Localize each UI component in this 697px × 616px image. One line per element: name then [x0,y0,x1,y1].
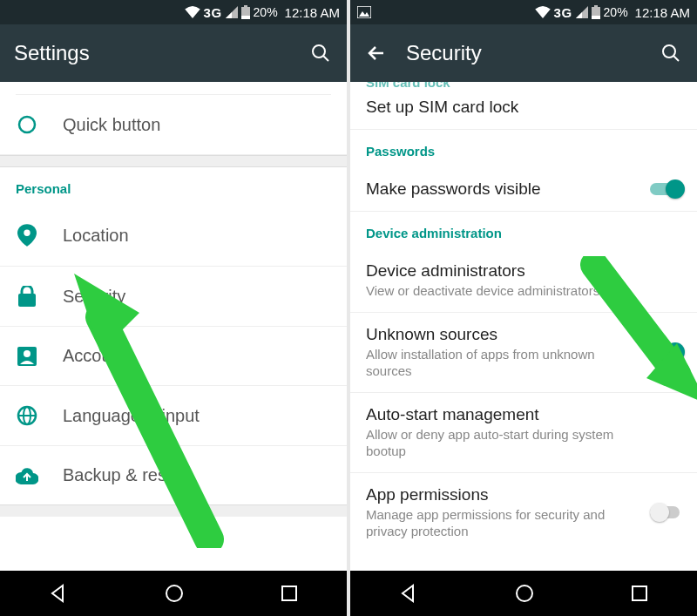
row-subtitle: Allow installation of apps from unknown … [366,346,681,380]
row-passwords-visible[interactable]: Make passwords visible [350,167,697,212]
svg-rect-27 [633,586,646,600]
backup-icon [16,467,38,484]
svg-rect-19 [594,5,598,7]
row-location[interactable]: Location [0,205,347,267]
nav-bar [0,571,347,616]
recent-nav-icon[interactable] [631,585,648,602]
back-nav-icon[interactable] [399,584,418,603]
row-subtitle: View or deactivate device administrators [366,282,681,300]
clock: 12:18 AM [635,5,690,20]
toggle-app-permissions[interactable] [650,503,685,522]
globe-icon [16,405,38,426]
picture-icon [357,6,371,18]
row-autostart[interactable]: Auto-start management Allow or deny app … [350,393,697,473]
wifi-icon [185,6,200,18]
row-language[interactable]: Language & input [0,386,347,446]
row-label: Security [63,287,125,307]
row-title: Set up SIM card lock [366,98,681,117]
home-nav-icon[interactable] [165,584,184,603]
row-title: Device administrators [366,261,681,281]
row-title: Make passwords visible [366,179,681,199]
row-label: Quick button [63,115,160,135]
row-app-permissions[interactable]: App permissions Manage app permissions f… [350,473,697,552]
row-title: Auto-start management [366,405,681,424]
location-icon [16,224,38,247]
page-title: Settings [14,41,291,65]
svg-rect-2 [241,16,250,19]
nav-bar [350,571,697,616]
row-label: Location [63,226,129,246]
status-bar: 3G 20% 12:18 AM [0,0,347,24]
battery-percent: 20% [604,5,628,19]
status-bar: 3G 20% 12:18 AM [350,0,697,24]
svg-line-4 [323,56,328,61]
network-type: 3G [554,5,572,20]
security-list[interactable]: SIM card lock Set up SIM card lock Passw… [350,82,697,571]
back-nav-icon[interactable] [49,584,68,603]
row-accounts[interactable]: Accounts [0,327,347,386]
accounts-icon [16,347,38,366]
svg-rect-16 [282,586,296,600]
section-device-admin: Device administration [350,212,697,249]
row-title: App permissions [366,485,681,504]
row-unknown-sources[interactable]: Unknown sources Allow installation of ap… [350,313,697,393]
svg-point-6 [26,124,29,126]
home-nav-icon[interactable] [515,584,534,603]
row-backup[interactable]: Backup & reset [0,446,347,504]
row-label: Language & input [63,406,200,426]
toggle-unknown-sources[interactable] [650,342,685,362]
svg-line-24 [673,56,679,61]
svg-point-10 [24,350,30,357]
row-label: Accounts [63,346,134,366]
battery-percent: 20% [254,5,278,19]
svg-point-26 [517,586,532,601]
signal-icon [576,6,588,18]
quick-button-icon [16,114,38,135]
svg-rect-0 [244,5,247,7]
battery-icon [592,5,600,19]
settings-list[interactable]: Quick button Personal Location Security … [0,82,347,571]
row-label: Backup & reset [63,465,181,485]
back-icon[interactable] [364,41,389,65]
svg-point-7 [24,230,30,236]
battery-icon [241,5,250,19]
svg-rect-21 [592,16,600,19]
svg-point-3 [313,45,325,58]
app-bar: Settings [0,24,347,82]
settings-screen: 3G 20% 12:18 AM Settings Quick button Pe… [0,0,347,616]
security-screen: 3G 20% 12:18 AM Security SIM card lock S… [350,0,697,616]
svg-point-5 [19,117,35,132]
search-icon[interactable] [659,41,683,65]
row-device-admins[interactable]: Device administrators View or deactivate… [350,249,697,313]
signal-icon [226,6,238,18]
section-passwords: Passwords [350,130,697,167]
toggle-passwords-visible[interactable] [650,179,685,199]
row-subtitle: Allow or deny app auto-start during syst… [366,426,681,460]
page-title: Security [406,41,641,65]
svg-marker-18 [359,11,369,17]
row-security[interactable]: Security [0,267,347,327]
wifi-icon [535,6,551,18]
recent-nav-icon[interactable] [281,585,298,602]
svg-rect-8 [18,294,36,307]
row-sim-setup[interactable]: Set up SIM card lock [350,82,697,130]
svg-point-23 [663,45,675,58]
row-quick-button[interactable]: Quick button [0,95,347,155]
lock-icon [16,286,38,307]
network-type: 3G [204,5,222,20]
row-subtitle: Manage app permissions for security and … [366,506,681,540]
clock: 12:18 AM [285,5,340,20]
section-personal: Personal [0,167,347,205]
svg-point-15 [166,586,182,601]
app-bar: Security [350,24,697,82]
row-title: Unknown sources [366,325,681,344]
search-icon[interactable] [308,41,333,65]
